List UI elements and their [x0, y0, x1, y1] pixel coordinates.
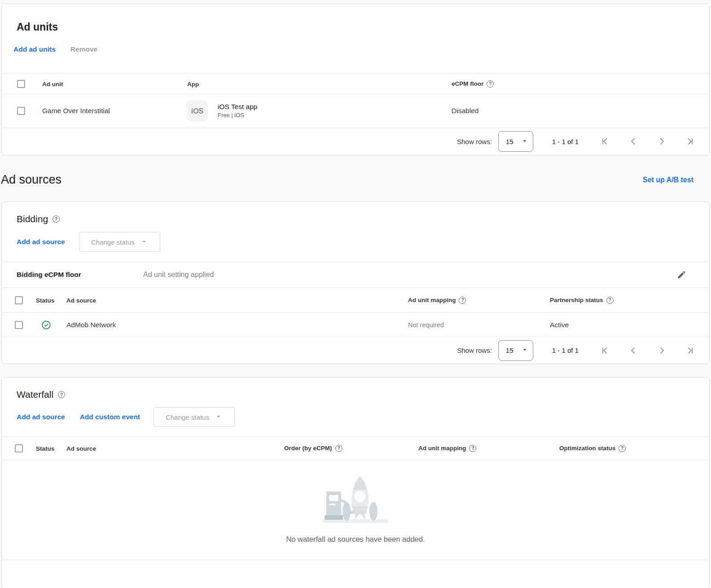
show-rows-label: Show rows: [457, 138, 492, 145]
ad-unit-name: Game Over Interstitial [42, 107, 110, 115]
ad-units-toolbar: Add ad units Remove [13, 45, 709, 53]
ad-units-table-header: Ad unit App eCPM floor ? [2, 73, 709, 94]
last-page-icon[interactable] [684, 136, 696, 147]
waterfall-toolbar: Add ad source Add custom event Change st… [17, 407, 709, 427]
bidding-change-status-button[interactable]: Change status [79, 232, 160, 252]
select-all-checkbox[interactable] [15, 296, 23, 304]
waterfall-footer [2, 560, 709, 588]
column-order-by-ecpm: Order (by eCPM) ? [284, 445, 342, 452]
column-status: Status [36, 297, 54, 303]
row-checkbox[interactable] [15, 321, 23, 329]
help-icon[interactable]: ? [58, 391, 65, 398]
bidding-ecpm-floor-row: Bidding eCPM floor Ad unit setting appli… [2, 262, 709, 287]
chevron-down-icon [140, 237, 148, 247]
waterfall-table-header: Status Ad source Order (by eCPM) ? Ad un… [2, 436, 709, 460]
help-icon[interactable]: ? [619, 445, 626, 452]
rocket-fuel-illustration [322, 473, 389, 526]
bidding-header: Bidding ? Add ad source Change status [2, 202, 709, 262]
ad-unit-mapping-value: Not required [408, 321, 444, 329]
column-ecpm-floor: eCPM floor ? [452, 80, 494, 88]
bidding-ecpm-floor-label: Bidding eCPM floor [17, 271, 81, 279]
first-page-icon[interactable] [599, 136, 611, 147]
waterfall-empty-message: No waterfall ad sources have been added. [286, 535, 425, 544]
prev-page-icon[interactable] [628, 345, 639, 356]
ad-sources-section-header: Ad sources Set up A/B test [0, 155, 711, 202]
waterfall-add-ad-source-button[interactable]: Add ad source [17, 413, 65, 421]
ad-source-name: AdMob Network [66, 321, 116, 329]
chevron-down-icon [215, 412, 223, 422]
column-ad-unit-mapping: Ad unit mapping ? [418, 445, 476, 452]
ad-units-panel: Ad units Add ad units Remove Ad unit App… [1, 4, 710, 155]
pagination-nav [599, 136, 696, 147]
ad-unit-row: Game Over Interstitial iOS iOS Test app … [2, 94, 709, 127]
column-partnership-status: Partnership status ? [550, 297, 614, 304]
page-size-select[interactable]: 15 [498, 340, 533, 361]
add-custom-event-button[interactable]: Add custom event [80, 413, 140, 421]
ad-sources-title: Ad sources [1, 173, 61, 187]
bidding-ecpm-floor-value: Ad unit setting applied [143, 271, 214, 279]
column-status: Status [36, 445, 54, 452]
page-range: 1 - 1 of 1 [552, 347, 579, 354]
waterfall-header: Waterfall ? Add ad source Add custom eve… [2, 377, 709, 436]
column-ad-source: Ad source [66, 297, 96, 303]
bidding-toolbar: Add ad source Change status [17, 232, 709, 252]
bidding-title: Bidding ? [17, 214, 709, 224]
chevron-down-icon [520, 136, 529, 147]
help-icon[interactable]: ? [487, 80, 494, 88]
bidding-panel: Bidding ? Add ad source Change status Bi… [1, 202, 710, 364]
page-range: 1 - 1 of 1 [552, 138, 579, 145]
chevron-down-icon [520, 345, 529, 355]
help-icon[interactable]: ? [53, 215, 60, 223]
page-size-select[interactable]: 15 [498, 131, 533, 152]
next-page-icon[interactable] [656, 345, 667, 356]
status-active-icon [41, 320, 51, 330]
prev-page-icon[interactable] [628, 136, 639, 147]
bidding-source-row: AdMob Network Not required Active [2, 312, 709, 337]
help-icon[interactable]: ? [459, 297, 466, 304]
column-optimization-status: Optimization status ? [559, 445, 626, 452]
setup-ab-test-link[interactable]: Set up A/B test [643, 176, 693, 184]
last-page-icon[interactable] [684, 345, 696, 356]
select-all-checkbox[interactable] [15, 444, 23, 452]
app-info: iOS Test app Free | iOS [218, 102, 257, 119]
next-page-icon[interactable] [656, 136, 667, 147]
first-page-icon[interactable] [599, 345, 611, 356]
ecpm-floor-value: Disabled [452, 107, 478, 115]
waterfall-empty-state: No waterfall ad sources have been added. [2, 460, 709, 560]
pagination-nav [599, 345, 696, 356]
help-icon[interactable]: ? [606, 297, 614, 304]
column-ad-source: Ad source [66, 445, 96, 452]
show-rows-label: Show rows: [457, 347, 492, 354]
ad-units-pagination-row: Show rows: 15 1 - 1 of 1 [2, 127, 709, 155]
remove-button[interactable]: Remove [70, 45, 97, 53]
help-icon[interactable]: ? [335, 445, 342, 452]
ad-units-header: Ad units Add ad units Remove [2, 4, 709, 73]
add-ad-units-button[interactable]: Add ad units [13, 45, 56, 53]
help-icon[interactable]: ? [469, 445, 476, 452]
ad-units-title: Ad units [17, 21, 709, 33]
column-app: App [187, 80, 199, 87]
waterfall-title: Waterfall ? [17, 389, 709, 400]
select-all-checkbox[interactable] [17, 80, 25, 88]
ios-app-icon: iOS [187, 101, 208, 122]
column-ad-unit: Ad unit [42, 80, 63, 87]
waterfall-panel: Waterfall ? Add ad source Add custom eve… [1, 377, 710, 588]
app-name: iOS Test app [218, 102, 257, 112]
app-meta: Free | iOS [218, 112, 257, 120]
column-ad-unit-mapping: Ad unit mapping ? [408, 297, 466, 304]
row-checkbox[interactable] [17, 107, 25, 115]
partnership-status-value: Active [550, 321, 569, 329]
edit-icon[interactable] [677, 270, 686, 280]
bidding-pagination-row: Show rows: 15 1 - 1 of 1 [2, 337, 709, 364]
waterfall-change-status-button[interactable]: Change status [154, 407, 235, 427]
bidding-table-header: Status Ad source Ad unit mapping ? Partn… [2, 287, 709, 312]
bidding-add-ad-source-button[interactable]: Add ad source [17, 238, 65, 246]
